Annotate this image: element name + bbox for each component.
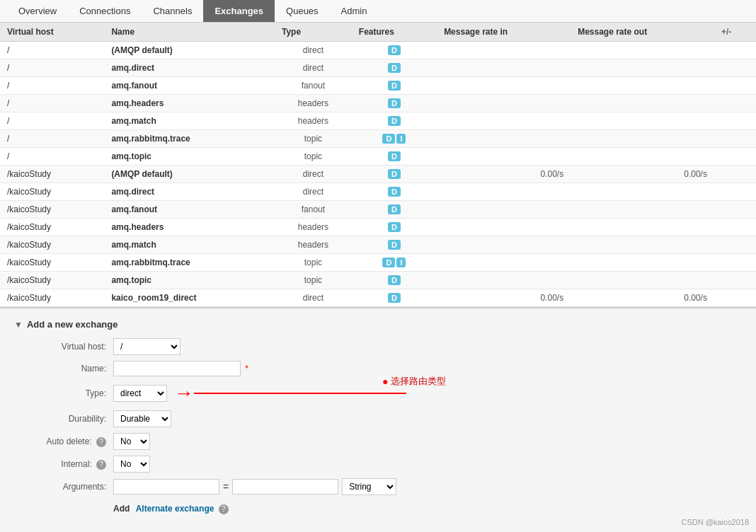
cell-actions	[714, 219, 756, 236]
cell-type: direct	[275, 59, 352, 77]
cell-name[interactable]: amq.direct	[104, 183, 275, 201]
equals-sign: =	[223, 481, 229, 492]
internal-help[interactable]: ?	[96, 460, 106, 470]
alternate-exchange-help[interactable]: ?	[219, 504, 229, 514]
tab-connections[interactable]: Connections	[68, 0, 142, 22]
table-row[interactable]: /amq.rabbitmq.tracetopicDI	[0, 130, 756, 148]
cell-name[interactable]: amq.headers	[104, 95, 275, 112]
exchanges-table: Virtual host Name Type Features Message …	[0, 23, 756, 307]
arguments-key-input[interactable]	[113, 479, 219, 495]
cell-virtual-host: /	[0, 95, 104, 112]
cell-rate-in	[437, 236, 571, 254]
table-row[interactable]: /kaicoStudyamq.headersheadersD	[0, 219, 756, 236]
table-row[interactable]: /kaicoStudyamq.rabbitmq.tracetopicDI	[0, 254, 756, 272]
table-row[interactable]: /amq.matchheadersD	[0, 112, 756, 130]
table-row[interactable]: /kaicoStudyamq.fanoutfanoutD	[0, 201, 756, 219]
cell-rate-in: 0.00/s	[437, 166, 571, 183]
tab-exchanges[interactable]: Exchanges	[203, 0, 275, 22]
cell-type: headers	[275, 219, 352, 236]
cell-name[interactable]: amq.fanout	[104, 77, 275, 95]
cell-rate-out	[571, 59, 714, 77]
cell-features: DI	[352, 130, 437, 148]
arguments-label: Arguments:	[14, 482, 106, 492]
feature-badge-d: D	[388, 240, 401, 250]
auto-delete-select[interactable]: No Yes	[113, 433, 150, 450]
feature-badge-d: D	[388, 275, 401, 285]
table-row[interactable]: /amq.fanoutfanoutD	[0, 77, 756, 95]
feature-badge-d: D	[388, 98, 401, 108]
arguments-type-select[interactable]: String Number Boolean	[342, 478, 396, 495]
add-exchange-button[interactable]: Add	[113, 501, 130, 516]
cell-name[interactable]: amq.fanout	[104, 201, 275, 219]
nav-bar: Overview Connections Channels Exchanges …	[0, 0, 756, 23]
add-button-row: Add Alternate exchange ?	[113, 501, 406, 516]
tab-queues[interactable]: Queues	[275, 0, 330, 22]
cell-name[interactable]: amq.direct	[104, 59, 275, 77]
cell-virtual-host: /kaicoStudy	[0, 289, 104, 307]
col-actions: +/-	[714, 23, 756, 42]
tab-channels[interactable]: Channels	[142, 0, 203, 22]
cell-name[interactable]: amq.match	[104, 236, 275, 254]
auto-delete-help[interactable]: ?	[96, 437, 106, 447]
cell-features: D	[352, 148, 437, 166]
type-field: direct fanout topic headers ←	[113, 382, 406, 405]
cell-virtual-host: /kaicoStudy	[0, 166, 104, 183]
tab-admin[interactable]: Admin	[330, 0, 379, 22]
cell-features: D	[352, 272, 437, 289]
annotation-dot: ●	[382, 376, 388, 387]
cell-type: direct	[275, 166, 352, 183]
cell-actions	[714, 112, 756, 130]
col-virtual-host: Virtual host	[0, 23, 104, 42]
table-row[interactable]: /(AMQP default)directD	[0, 42, 756, 59]
durability-select[interactable]: Durable Transient	[113, 410, 171, 427]
feature-badge-d: D	[388, 63, 401, 73]
cell-name[interactable]: (AMQP default)	[104, 42, 275, 59]
feature-badge-d: D	[382, 134, 395, 144]
alternate-exchange-link[interactable]: Alternate exchange	[136, 504, 214, 514]
table-row[interactable]: /amq.directdirectD	[0, 59, 756, 77]
cell-rate-out	[571, 112, 714, 130]
name-field: *	[113, 361, 406, 376]
cell-rate-in	[437, 42, 571, 59]
table-row[interactable]: /kaicoStudy(AMQP default)directD0.00/s0.…	[0, 166, 756, 183]
cell-features: D	[352, 236, 437, 254]
cell-actions	[714, 183, 756, 201]
cell-name[interactable]: (AMQP default)	[104, 166, 275, 183]
cell-name[interactable]: amq.rabbitmq.trace	[104, 254, 275, 272]
cell-rate-out	[571, 219, 714, 236]
table-row[interactable]: /kaicoStudyamq.topictopicD	[0, 272, 756, 289]
table-row[interactable]: /amq.headersheadersD	[0, 95, 756, 112]
cell-name[interactable]: amq.rabbitmq.trace	[104, 130, 275, 148]
tab-overview[interactable]: Overview	[7, 0, 68, 22]
table-row[interactable]: /kaicoStudyamq.matchheadersD	[0, 236, 756, 254]
cell-name[interactable]: amq.headers	[104, 219, 275, 236]
cell-features: D	[352, 219, 437, 236]
internal-select[interactable]: No Yes	[113, 456, 150, 473]
cell-actions	[714, 236, 756, 254]
type-select[interactable]: direct fanout topic headers	[113, 385, 167, 402]
auto-delete-label: Auto delete: ?	[14, 436, 106, 447]
cell-name[interactable]: amq.topic	[104, 148, 275, 166]
virtual-host-select[interactable]: / /kaicoStudy	[113, 338, 181, 355]
cell-actions	[714, 289, 756, 307]
table-row[interactable]: /kaicoStudykaico_room19_directdirectD0.0…	[0, 289, 756, 307]
table-row[interactable]: /amq.topictopicD	[0, 148, 756, 166]
cell-rate-in	[437, 219, 571, 236]
arguments-value-input[interactable]	[232, 479, 338, 495]
col-type: Type	[275, 23, 352, 42]
cell-virtual-host: /	[0, 42, 104, 59]
section-header[interactable]: ▼ Add a new exchange	[14, 319, 742, 330]
cell-virtual-host: /	[0, 112, 104, 130]
feature-badge-d: D	[388, 204, 401, 214]
cell-type: topic	[275, 148, 352, 166]
cell-type: fanout	[275, 201, 352, 219]
virtual-host-field: / /kaicoStudy	[113, 338, 406, 355]
required-star: *	[245, 364, 248, 374]
name-label: Name:	[14, 364, 106, 374]
cell-actions	[714, 254, 756, 272]
cell-name[interactable]: kaico_room19_direct	[104, 289, 275, 307]
name-input[interactable]	[113, 361, 241, 376]
table-row[interactable]: /kaicoStudyamq.directdirectD	[0, 183, 756, 201]
cell-name[interactable]: amq.match	[104, 112, 275, 130]
cell-name[interactable]: amq.topic	[104, 272, 275, 289]
